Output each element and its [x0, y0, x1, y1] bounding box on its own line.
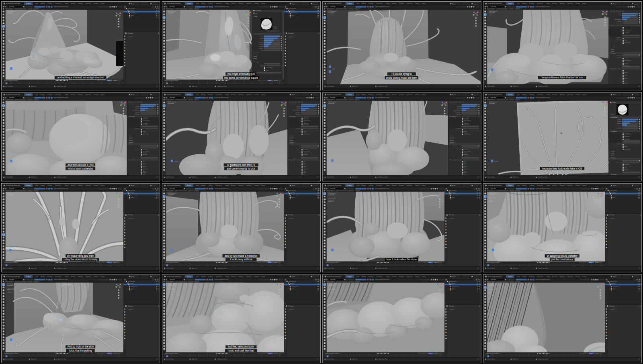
svg-text:Faces 1,485,480: Faces 1,485,480 [489, 198, 496, 199]
svg-text:Sculpt Mode: Sculpt Mode [489, 194, 495, 196]
svg-text:Strength: Strength [617, 121, 621, 122]
svg-text:Hardness: Hardness [617, 127, 621, 128]
svg-text:User Perspective: User Perspective [489, 283, 497, 285]
svg-text:View Layer: View Layer [313, 276, 318, 278]
svg-text:130: 130 [279, 265, 281, 266]
svg-text:120: 120 [430, 356, 432, 357]
svg-text:Plane: Plane [131, 197, 134, 198]
svg-text:Rendering: Rendering [78, 185, 83, 186]
svg-text:▸ Falloff: ▸ Falloff [611, 155, 614, 156]
svg-text:Lock X Y: Lock X Y [464, 163, 468, 164]
svg-text:SculptDraw: SculptDraw [356, 279, 361, 280]
svg-text:View Sculpt Mask Face Sets: View Sculpt Mask Face Sets [215, 279, 229, 280]
svg-text:View Layer: View Layer [473, 4, 478, 5]
svg-text:Ignore: Ignore [303, 152, 306, 153]
svg-text:f 12: f 12 [332, 68, 335, 70]
svg-text:▼ Symmetry: ▼ Symmetry [611, 174, 617, 175]
svg-text:Lock X Y: Lock X Y [625, 80, 629, 81]
svg-text:Middle: Pan: Middle: Pan [31, 358, 37, 360]
svg-text:Lock X Y: Lock X Y [625, 83, 629, 84]
svg-text:Ctrl+Click: Mask: Ctrl+Click: Mask [5, 176, 13, 178]
svg-text:Sculpt expand: Sculpt expand [6, 99, 12, 100]
svg-text:Use Left Mouse: Use Left Mouse [625, 166, 631, 167]
svg-text:130: 130 [439, 356, 441, 357]
svg-text:Chest fold: Chest fold [291, 12, 295, 13]
svg-text:Scene: Scene [452, 276, 455, 278]
svg-text:Sculpt Mode: Sculpt Mode [7, 12, 13, 14]
svg-text:View Layer: View Layer [634, 4, 639, 5]
svg-text:Normal: Normal [464, 131, 467, 132]
svg-text:100: 100 [91, 356, 93, 357]
svg-text:just carve inwards to pick: just carve inwards to pick [227, 167, 256, 170]
svg-text:Lock X Y: Lock X Y [464, 166, 468, 167]
svg-text:In: Add Curves: Move: In: Add Curves: Move [56, 358, 66, 360]
svg-text:▼ Symmetry: ▼ Symmetry [611, 68, 617, 70]
svg-text:Ctrl+Click: Mask: Ctrl+Click: Mask [326, 86, 334, 87]
svg-text:Modeling: Modeling [41, 276, 45, 278]
svg-text:Radius: Radius [618, 119, 622, 121]
svg-text:Sculpt Mode: Sculpt Mode [7, 194, 13, 196]
svg-text:Modeling: Modeling [362, 276, 366, 278]
svg-text:100: 100 [573, 356, 575, 357]
svg-text:Ignore: Ignore [625, 61, 627, 63]
svg-text:Playback Keying View Mar: Playback Keying View Marker [325, 262, 339, 263]
svg-text:SculptDraw: SculptDraw [356, 6, 361, 8]
svg-text:Chest fold: Chest fold [491, 188, 496, 190]
svg-text:Tris 2,970,960: Tris 2,970,960 [328, 200, 335, 201]
svg-text:Chest fold: Chest fold [170, 188, 175, 190]
svg-text:In: Add Curves: Move: In: Add Curves: Move [56, 86, 66, 87]
svg-text:Playback Keying View Mar: Playback Keying View Marker [486, 353, 500, 354]
svg-text:Strength: Strength [296, 106, 300, 107]
svg-text:Ash sidebar: Ash sidebar [449, 218, 454, 219]
svg-text:Ctrl+Click: Mask: Ctrl+Click: Mask [166, 86, 174, 87]
svg-text:Sculpt expand: Sculpt expand [327, 99, 334, 100]
svg-text:Sculpt expand: Sculpt expand [327, 8, 334, 10]
svg-text:120: 120 [270, 83, 272, 84]
svg-text:Pen Mode: Pen Mode [625, 164, 629, 165]
svg-text:Use Original: Use Original [134, 129, 140, 131]
svg-text:Chest fold: Chest fold [451, 284, 456, 286]
svg-text:Sculpting: Sculpting [26, 185, 31, 186]
svg-text:Use Original: Use Original [295, 129, 301, 131]
svg-text:Chest Settings: Chest Settings [611, 117, 618, 118]
svg-text:Objects 1/4: Objects 1/4 [7, 292, 12, 293]
svg-text:Scene: Scene [613, 3, 616, 5]
svg-text:Chest fold: Chest fold [330, 6, 335, 8]
svg-text:Pen Mode: Pen Mode [625, 58, 629, 59]
svg-text:kind of want a stretchy: kind of want a stretchy [68, 167, 94, 170]
svg-text:Ash sidebar: Ash sidebar [449, 309, 454, 310]
svg-text:User Perspective: User Perspective [328, 283, 336, 285]
svg-text:Hardness: Hardness [135, 112, 139, 113]
svg-text:Lock X Y: Lock X Y [143, 168, 147, 169]
svg-text:Ash sidebar: Ash sidebar [610, 309, 615, 310]
svg-text:Shading: Shading [386, 185, 390, 186]
svg-text:Animation: Animation [71, 3, 76, 4]
svg-text:Scripting: Scripting [100, 185, 105, 186]
svg-text:Tris 2,970,960: Tris 2,970,960 [328, 290, 335, 292]
svg-text:User Perspective: User Perspective [7, 10, 15, 12]
svg-text:View Sculpt Mask Face Sets: View Sculpt Mask Face Sets [215, 6, 229, 8]
svg-text:Ctrl+Click: Mask: Ctrl+Click: Mask [5, 358, 13, 360]
svg-text:Texture Paint: Texture Paint [537, 276, 543, 278]
svg-text:Front Faces Only: Front Faces Only [143, 120, 150, 121]
svg-text:Ctrl: Ctrl [495, 69, 498, 71]
svg-text:Layout: Layout [35, 94, 38, 96]
svg-text:SculptDraw: SculptDraw [196, 279, 201, 280]
svg-text:Rendering: Rendering [239, 276, 244, 278]
svg-text:Area Plane: Area Plane [464, 123, 469, 124]
svg-text:UV Editing: UV Editing [47, 185, 53, 186]
svg-text:Sculpt expand: Sculpt expand [166, 281, 173, 282]
svg-text:Modeling: Modeling [201, 3, 206, 4]
svg-text:Compositing: Compositing [406, 185, 412, 186]
svg-text:SculptDraw: SculptDraw [196, 6, 201, 8]
svg-text:4.2: 4.2 [156, 268, 158, 269]
svg-text:Rendering: Rendering [78, 94, 83, 96]
svg-text:In: Add Curves: Move: In: Add Curves: Move [217, 268, 227, 269]
svg-text:Sculpt Mode: Sculpt Mode [168, 285, 174, 286]
svg-text:UV Editing: UV Editing [208, 185, 213, 186]
svg-text:File Edit Render Window He: File Edit Render Window Help [488, 3, 502, 4]
svg-text:Ash sidebar: Ash sidebar [289, 218, 294, 219]
svg-text:View Sculpt Mask Face Sets: View Sculpt Mask Face Sets [54, 188, 68, 190]
svg-text:120: 120 [270, 265, 272, 266]
svg-text:View Sculpt Mask Face Sets: View Sculpt Mask Face Sets [375, 97, 389, 98]
